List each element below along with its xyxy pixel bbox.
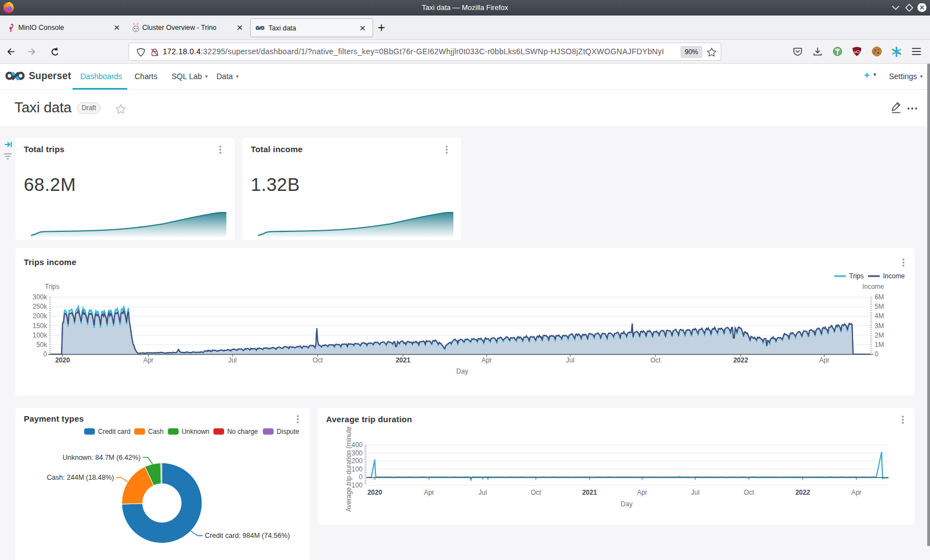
svg-text:Dispute: Dispute [277,428,299,435]
svg-text:Income: Income [862,283,885,291]
svg-text:Trips income: Trips income [24,257,76,267]
svg-text:100: 100 [352,465,363,473]
svg-text:200k: 200k [33,312,48,320]
svg-text:Oct: Oct [531,489,541,496]
svg-text:Apr: Apr [851,489,862,496]
svg-text:Jul: Jul [228,356,236,364]
svg-text:Oct: Oct [744,489,755,496]
svg-text:Average trip duration: Average trip duration [326,414,412,424]
svg-text:Unknown: 84.7M (6.42%): Unknown: 84.7M (6.42%) [63,454,141,462]
svg-text:2020: 2020 [368,489,383,496]
svg-text:Income: Income [883,272,905,280]
svg-text:0: 0 [875,350,879,358]
svg-text:Jul: Jul [478,489,487,496]
svg-text:1M: 1M [875,341,884,349]
svg-text:6M: 6M [875,293,884,301]
svg-text:400: 400 [352,441,363,449]
svg-text:300k: 300k [33,293,48,301]
svg-text:4M: 4M [875,312,884,320]
svg-text:5M: 5M [875,303,884,310]
svg-text:300: 300 [352,449,363,457]
svg-text:100k: 100k [33,331,48,339]
svg-text:2021: 2021 [396,356,411,364]
svg-text:Cash: 244M (18.48%): Cash: 244M (18.48%) [46,474,114,481]
svg-text:uO: uO [854,49,860,54]
svg-text:Apr: Apr [482,356,492,364]
svg-text:Jul: Jul [691,489,699,496]
svg-text:150k: 150k [33,322,48,330]
svg-text:Day: Day [621,500,632,508]
svg-text:2020: 2020 [55,356,70,364]
svg-text:2022: 2022 [795,489,810,496]
svg-text:0: 0 [359,473,363,481]
svg-text:Credit card: Credit card [98,428,131,435]
svg-text:Unknown: Unknown [182,428,209,435]
svg-text:Payment types: Payment types [24,414,84,423]
svg-text:Cash: Cash [148,428,164,435]
svg-text:Day: Day [456,367,468,375]
svg-text:Apr: Apr [819,356,830,364]
svg-text:2M: 2M [875,331,884,339]
svg-text:250k: 250k [33,303,48,310]
svg-text:2021: 2021 [582,489,597,496]
svg-text:50k: 50k [37,341,48,349]
svg-text:Apr: Apr [424,489,435,496]
svg-text:3M: 3M [875,322,884,330]
svg-text:2022: 2022 [733,356,748,364]
svg-text:Credit card: 984M (74.56%): Credit card: 984M (74.56%) [205,532,290,540]
svg-text:Apr: Apr [637,489,648,496]
svg-text:0: 0 [43,350,47,358]
svg-text:Oct: Oct [313,356,323,364]
svg-text:No charge: No charge [227,428,258,435]
svg-text:Trips: Trips [849,272,864,280]
svg-text:Jul: Jul [566,356,574,364]
svg-text:Oct: Oct [650,356,661,364]
svg-text:-100: -100 [349,481,363,489]
svg-text:Apr: Apr [143,356,154,364]
svg-text:200: 200 [352,457,363,465]
svg-text:Trips: Trips [45,283,59,291]
